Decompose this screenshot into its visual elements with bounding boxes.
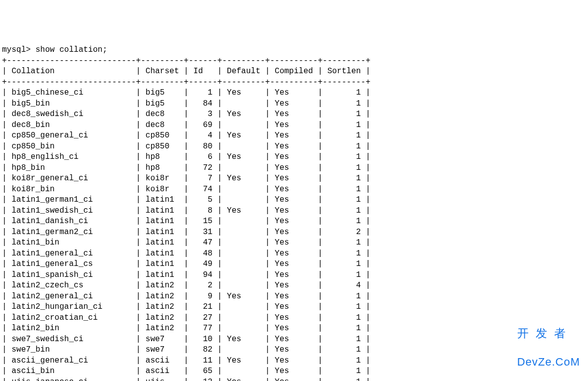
terminal-output: mysql> show collation; +----------------… <box>2 45 586 381</box>
watermark-line2: DevZe.CoM <box>517 356 580 368</box>
watermark: 开发者 DevZe.CoM <box>517 311 580 376</box>
watermark-line1: 开发者 <box>517 327 580 339</box>
